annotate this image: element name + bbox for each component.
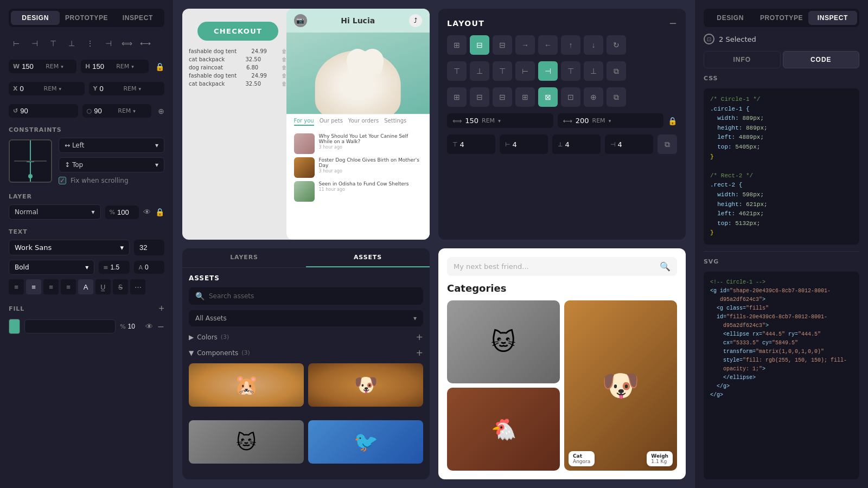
fill-visibility-icon[interactable]: 👁 [145,322,153,331]
tab-inspect[interactable]: INSPECT [113,11,162,25]
layout-align-mc[interactable]: ⊣ [538,61,558,81]
asset-bird[interactable]: 🐦 [308,420,423,464]
font-size-input[interactable] [134,240,164,255]
fill-remove-icon[interactable]: − [157,322,164,332]
layout-arrow-left[interactable]: ← [538,35,558,55]
components-category[interactable]: ▼ Components (3) + [189,348,423,358]
assets-tab[interactable]: ASSETS [306,248,430,267]
layout-sp4[interactable]: ⊞ [515,87,535,107]
layout-stack[interactable]: ⧉ [607,61,626,81]
layout-align-mr[interactable]: ⊤ [561,61,580,81]
fix-scrolling-checkbox[interactable]: ✓ [59,177,66,184]
align-center-v-icon[interactable]: ⋮ [82,36,98,51]
align-right-icon[interactable]: ⊤ [46,36,61,51]
align-top-icon[interactable]: ⊥ [64,36,79,51]
width-input[interactable] [22,62,43,70]
layout-align-tr[interactable]: ⊤ [493,61,512,81]
layers-tab[interactable]: LAYERS [182,248,306,267]
layout-align-tc[interactable]: ⊥ [470,61,489,81]
fill-color-swatch[interactable] [9,319,20,334]
layout-icon-grid[interactable]: ⊞ [447,35,467,55]
layout-icon-rows[interactable]: ⊟ [493,35,512,55]
angle-input[interactable] [20,107,42,115]
layout-icon-cols[interactable]: ⊟ [470,35,489,55]
right-tab-inspect[interactable]: INSPECT [808,11,857,25]
layout-arrow-down[interactable]: ↓ [584,35,603,55]
layout-lock-icon[interactable]: 🔒 [668,117,677,125]
right-tab-prototype[interactable]: PROTOTYPE [757,11,806,25]
visibility-icon[interactable]: 👁 [143,208,151,216]
bird-category[interactable]: 🐔 [447,388,560,471]
layout-refresh[interactable]: ↻ [607,35,626,55]
layout-sp1[interactable]: ⊞ [447,87,467,107]
tab-orders[interactable]: Your orders [348,118,379,126]
right-tab-design[interactable]: DESIGN [706,11,755,25]
layout-arrow-right[interactable]: → [515,35,535,55]
colors-add-icon[interactable]: + [416,332,423,342]
checkout-button[interactable]: CHECKOUT [197,22,278,41]
y-input[interactable] [99,85,121,93]
layer-lock-icon[interactable]: 🔒 [155,208,164,216]
categories-search[interactable]: My next best friend... 🔍 [447,257,677,276]
constraint-h-select[interactable]: ↔ Left ▾ [59,138,164,153]
fix-scrolling-toggle[interactable]: ✓ Fix when scrolling [59,177,164,184]
tab-prototype[interactable]: PROTOTYPE [62,11,111,25]
assets-filter[interactable]: All Assets ▾ [189,310,423,326]
align-justify-btn[interactable]: ≡ [61,279,76,294]
blend-mode-select[interactable]: Normal ▾ [9,204,101,220]
asset-cat[interactable]: 🐱 [189,420,304,464]
fill-hex-input[interactable] [24,319,116,333]
text-color-btn[interactable]: A [78,279,93,294]
layout-align-tl[interactable]: ⊤ [447,61,467,81]
code-tab[interactable]: CODE [783,51,860,68]
text-strike-btn[interactable]: S̶ [113,279,128,294]
text-underline-btn[interactable]: U̲ [95,279,111,294]
share-icon[interactable]: ⤴ [409,14,422,27]
distribute-v-icon[interactable]: ⟷ [138,36,153,51]
align-center-h-icon[interactable]: ⊣ [27,36,42,51]
wh-lock-icon[interactable]: 🔒 [155,62,164,71]
cat-category[interactable]: 🐱 [447,300,560,383]
layout-close-icon[interactable]: − [669,17,677,29]
assets-search-bar[interactable]: 🔍 Search assets [189,287,423,305]
radius-input[interactable] [94,107,116,115]
align-center-btn[interactable]: ≡ [26,279,41,294]
align-left-icon[interactable]: ⊢ [9,36,24,51]
asset-dog[interactable]: 🐶 [308,363,423,407]
font-style-select[interactable]: Bold ▾ [9,260,94,275]
components-add-icon[interactable]: + [416,348,423,358]
align-left-btn[interactable]: ≡ [9,279,24,294]
layout-sp5[interactable]: ⊠ [538,87,558,107]
fill-opacity-input[interactable] [128,323,141,330]
tab-settings[interactable]: Settings [384,118,406,126]
pad-copy-icon[interactable]: ⧉ [658,134,677,154]
opacity-input[interactable] [117,208,135,216]
letter-spacing-input[interactable] [145,264,160,271]
layout-sp3[interactable]: ⊟ [493,87,512,107]
height-input[interactable] [92,62,114,70]
distribute-h-icon[interactable]: ⟺ [119,36,135,51]
tab-for-you[interactable]: For you [294,118,314,126]
layout-sp2[interactable]: ⊟ [470,87,489,107]
layout-copy[interactable]: ⧉ [607,87,626,107]
align-bottom-icon[interactable]: ⊣ [101,36,116,51]
constraint-v-select[interactable]: ↕ Top ▾ [59,157,164,172]
asset-hamster[interactable]: 🐹 [189,363,304,407]
info-tab[interactable]: INFO [704,51,781,68]
dog-category[interactable]: 🐶 Weigh 1.1 Kg Cat Angora [564,300,677,471]
layout-arrow-up[interactable]: ↑ [561,35,580,55]
tab-design[interactable]: DESIGN [11,11,60,25]
text-more-btn[interactable]: ⋯ [130,279,145,294]
line-height-input[interactable] [110,264,125,271]
layout-sp6[interactable]: ⊡ [561,87,580,107]
layout-sp7[interactable]: ⊕ [584,87,603,107]
x-input[interactable] [20,85,41,93]
font-family-select[interactable]: Work Sans ▾ [9,240,130,255]
fill-add-button[interactable]: + [158,303,164,314]
layout-align-ml[interactable]: ⊢ [515,61,535,81]
layout-align-bl[interactable]: ⊥ [584,61,603,81]
tab-our-pets[interactable]: Our pets [320,118,343,126]
radius-lock-icon[interactable]: ⊕ [158,107,164,115]
align-right-btn[interactable]: ≡ [43,279,59,294]
colors-category[interactable]: ▶ Colors (3) + [189,332,423,342]
